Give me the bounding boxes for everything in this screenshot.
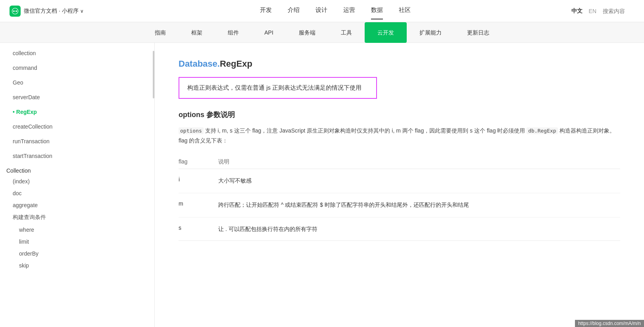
svg-point-0 <box>13 10 15 12</box>
logo-arrow: ∨ <box>80 8 84 14</box>
table-row: i 大小写不敏感 <box>179 169 620 193</box>
flag-s: s <box>179 225 218 231</box>
tab-changelog[interactable]: 更新日志 <box>454 22 502 43</box>
logo-area[interactable]: 微信官方文档 · 小程序 ∨ <box>10 6 84 17</box>
title-black: RegExp <box>220 59 252 69</box>
sidebar-item-where[interactable]: where <box>0 224 154 236</box>
sidebar-item-query-condition[interactable]: 构建查询条件 <box>0 211 154 224</box>
description-text: options 支持 i, m, s 这三个 flag，注意 JavaScrip… <box>179 126 620 146</box>
logo-text: 微信官方文档 · 小程序 <box>24 8 79 15</box>
sidebar-item-aggregate[interactable]: aggregate <box>0 199 154 211</box>
main-nav: 开发 介绍 设计 运营 数据 社区 <box>100 6 571 15</box>
search-input[interactable] <box>603 8 634 14</box>
desc-m: 跨行匹配；让开始匹配符 ^ 或结束匹配符 $ 时除了匹配字符串的开头和结尾外，还… <box>218 200 620 210</box>
highlight-text: 构造正则表达式，仅需在普通 js 正则表达式无法满足的情况下使用 <box>187 84 361 91</box>
footer-url: https://blog.csdn.com/mA/m/n <box>575 320 644 327</box>
sidebar-item-skip[interactable]: skip <box>0 260 154 271</box>
top-nav: 微信官方文档 · 小程序 ∨ 开发 介绍 设计 运营 数据 社区 中文 EN <box>0 0 644 22</box>
nav-data[interactable]: 数据 <box>371 6 383 15</box>
sidebar-item-runtransaction[interactable]: runTransaction <box>0 134 154 149</box>
sidebar-item-geo[interactable]: Geo <box>0 75 154 90</box>
main-content: Database.RegExp 构造正则表达式，仅需在普通 js 正则表达式无法… <box>155 43 644 327</box>
nav-community[interactable]: 社区 <box>399 6 411 15</box>
tab-api[interactable]: API <box>252 22 286 43</box>
tab-extend[interactable]: 扩展能力 <box>407 22 454 43</box>
sidebar: collection command Geo serverDate RegExp… <box>0 43 155 327</box>
table-header: flag 说明 <box>179 155 620 169</box>
desc-i: 大小写不敏感 <box>218 176 620 186</box>
table-row: s 让 . 可以匹配包括换行符在内的所有字符 <box>179 217 620 240</box>
section-title: options 参数说明 <box>179 110 620 119</box>
page-layout: collection command Geo serverDate RegExp… <box>0 43 644 327</box>
th-flag: flag <box>179 158 218 165</box>
nav-operations[interactable]: 运营 <box>343 6 355 15</box>
wechat-icon <box>10 6 21 17</box>
tab-framework[interactable]: 框架 <box>179 22 215 43</box>
table-row: m 跨行匹配；让开始匹配符 ^ 或结束匹配符 $ 时除了匹配字符串的开头和结尾外… <box>179 193 620 217</box>
sidebar-item-regexp[interactable]: RegExp <box>0 105 154 119</box>
highlight-box: 构造正则表达式，仅需在普通 js 正则表达式无法满足的情况下使用 <box>179 77 377 99</box>
lang-en-button[interactable]: EN <box>589 8 596 14</box>
sidebar-section-collection: Collection <box>0 164 154 175</box>
nav-design[interactable]: 设计 <box>315 6 327 15</box>
flag-m: m <box>179 200 218 207</box>
scroll-indicator <box>153 51 154 98</box>
nav-right: 中文 EN <box>571 8 634 15</box>
second-nav: 指南 框架 组件 API 服务端 工具 云开发 扩展能力 更新日志 <box>0 22 644 43</box>
flags-table: flag 说明 i 大小写不敏感 m 跨行匹配；让开始匹配符 ^ 或结束匹配符 … <box>179 155 620 240</box>
svg-point-1 <box>15 10 17 12</box>
sidebar-item-index[interactable]: (index) <box>0 175 154 187</box>
tab-guide[interactable]: 指南 <box>142 22 179 43</box>
tab-components[interactable]: 组件 <box>215 22 252 43</box>
sidebar-item-collection[interactable]: collection <box>0 46 154 61</box>
page-title: Database.RegExp <box>179 59 620 69</box>
db-regexp-code: db.RegExp <box>527 127 557 134</box>
th-desc: 说明 <box>218 158 620 165</box>
sidebar-item-orderby[interactable]: orderBy <box>0 248 154 260</box>
lang-zh-button[interactable]: 中文 <box>571 8 582 15</box>
nav-develop[interactable]: 开发 <box>260 6 272 15</box>
sidebar-item-starttransaction[interactable]: startTransaction <box>0 149 154 164</box>
sidebar-item-createcollection[interactable]: createCollection <box>0 119 154 134</box>
tab-server[interactable]: 服务端 <box>286 22 328 43</box>
sidebar-item-doc[interactable]: doc <box>0 187 154 199</box>
flag-i: i <box>179 176 218 183</box>
tab-tools[interactable]: 工具 <box>328 22 365 43</box>
sidebar-item-command[interactable]: command <box>0 61 154 75</box>
title-blue: Database. <box>179 59 220 69</box>
desc-s: 让 . 可以匹配包括换行符在内的所有字符 <box>218 225 620 234</box>
nav-intro[interactable]: 介绍 <box>288 6 300 15</box>
sidebar-item-limit[interactable]: limit <box>0 236 154 248</box>
tab-cloud[interactable]: 云开发 <box>365 22 407 43</box>
options-code: options <box>179 127 204 134</box>
sidebar-item-serverdate[interactable]: serverDate <box>0 90 154 105</box>
